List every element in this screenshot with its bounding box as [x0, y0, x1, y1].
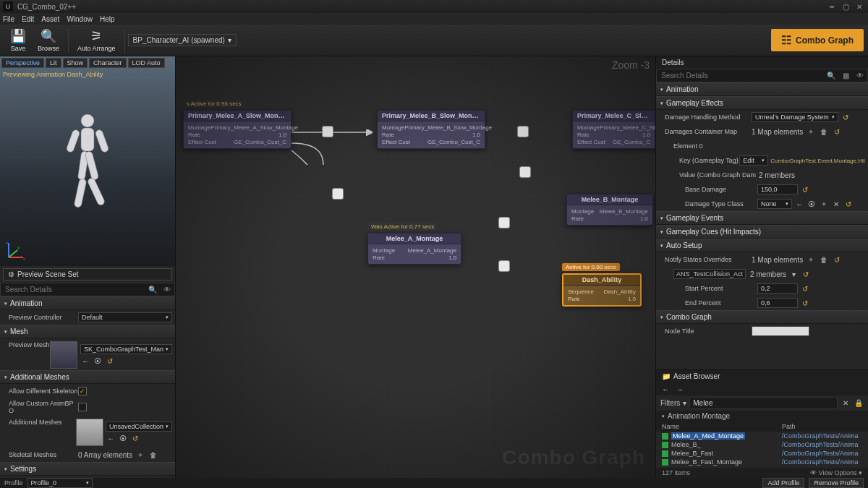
reset-icon[interactable]: ↺ — [800, 184, 810, 194]
search-icon[interactable]: 🔍 — [824, 69, 838, 82]
locate-icon[interactable]: ⦿ — [93, 356, 103, 367]
add-element-icon[interactable]: ＋ — [806, 254, 816, 265]
cat-gameplay-events[interactable]: Gameplay Events — [656, 211, 868, 225]
transition-icon[interactable] — [517, 126, 529, 137]
filters-label[interactable]: Filters — [660, 399, 680, 407]
reset-icon[interactable]: ↺ — [800, 283, 810, 294]
nav-fwd-icon[interactable]: → — [675, 384, 685, 394]
clear-elements-icon[interactable]: 🗑 — [819, 254, 829, 265]
cat-combo-graph[interactable]: Combo Graph — [656, 310, 868, 324]
spawn-dropdown[interactable]: BP_Character_AI (spawned)▾ — [128, 34, 237, 46]
asset-row[interactable]: Melee_B_Fast/ComboGraphTests/Anima — [656, 449, 868, 458]
asset-browser-tab[interactable]: Asset Browser — [673, 372, 720, 380]
grid-view-icon[interactable]: ▦ — [838, 69, 853, 82]
add-element-icon[interactable]: ＋ — [135, 450, 145, 460]
asset-row[interactable]: Melee_B_Fast_Montage/ComboGraphTests/Ani… — [656, 458, 868, 466]
transition-icon[interactable] — [322, 126, 333, 137]
node-primary-c-slow[interactable]: Primary_Melee_C_Slow_Montage MontagePrim… — [572, 110, 655, 149]
node-melee-b[interactable]: Melee_B_Montage MontageMelee_B_Montage R… — [566, 194, 653, 226]
preview-viewport[interactable]: Perspective Lit Show Character LOD Auto … — [0, 56, 175, 266]
allow-custom-anim-checkbox[interactable] — [78, 403, 87, 411]
asset-type-row[interactable]: Animation Montage — [656, 411, 868, 421]
vp-perspective[interactable]: Perspective — [1, 58, 44, 68]
auto-arrange-button[interactable]: ⚞ Auto Arrange — [72, 27, 122, 53]
node-dash-ability[interactable]: Dash_Ability SequenceDash_Ability Rate1.… — [562, 273, 642, 307]
filter-icon[interactable]: 👁 — [853, 69, 867, 82]
asset-list[interactable]: Melee_A_Med_Montage/ComboGraphTests/Anim… — [656, 432, 868, 468]
node-primary-a-slow[interactable]: Primary_Melee_A_Slow_Montage MontagePrim… — [183, 110, 292, 149]
preview-scene-button[interactable]: ⚙ Preview Scene Set — [3, 268, 172, 281]
start-pct-input[interactable] — [757, 283, 798, 294]
prev-arrow-icon[interactable]: ← — [794, 199, 804, 209]
transition-icon[interactable] — [332, 188, 344, 200]
base-dmg-input[interactable] — [757, 184, 798, 194]
menu-file[interactable]: File — [3, 15, 14, 23]
asset-filter-input[interactable] — [689, 397, 838, 409]
cat-gameplay-effects[interactable]: Gameplay Effects — [656, 96, 868, 110]
menu-window[interactable]: Window — [67, 15, 93, 23]
filter-icon[interactable]: 👁 — [160, 283, 174, 296]
save-button[interactable]: 💾 Save — [4, 27, 32, 53]
vp-lit[interactable]: Lit — [46, 58, 61, 68]
vp-show[interactable]: Show — [63, 58, 88, 68]
details-tab[interactable]: Details — [656, 56, 868, 69]
dmg-type-dropdown[interactable]: None — [757, 199, 792, 209]
nav-back-icon[interactable]: ← — [660, 384, 671, 394]
graph-canvas[interactable]: Zoom -3 Combo Graph s Active for 0.98 se… — [176, 56, 655, 478]
preview-mesh-dropdown[interactable]: SK_ComboGraphTest_Man — [80, 344, 172, 354]
menu-asset[interactable]: Asset — [41, 15, 59, 23]
key-tag-edit[interactable]: Edit — [739, 155, 768, 166]
end-pct-input[interactable] — [757, 298, 798, 308]
view-options[interactable]: 👁 View Options ▾ — [810, 469, 862, 476]
reset-icon[interactable]: ↺ — [832, 127, 842, 137]
details-search-input[interactable] — [657, 69, 824, 82]
reset-icon[interactable]: ↺ — [130, 434, 140, 444]
reset-icon[interactable]: ↺ — [105, 356, 115, 367]
allow-diff-skel-checkbox[interactable] — [78, 387, 87, 395]
reset-icon[interactable]: ↺ — [843, 199, 854, 209]
maximize-icon[interactable]: ▢ — [840, 2, 851, 11]
asset-row[interactable]: Melee_B_/ComboGraphTests/Anima — [656, 440, 868, 449]
minimize-icon[interactable]: ━ — [826, 2, 838, 11]
vp-lod[interactable]: LOD Auto — [128, 58, 165, 68]
collection-thumb-icon[interactable] — [76, 419, 103, 446]
node-primary-b-slow[interactable]: Primary_Melee_B_Slow_Montage MontagePrim… — [377, 110, 485, 149]
add-element-icon[interactable]: ＋ — [806, 127, 816, 137]
reset-icon[interactable]: ↺ — [800, 298, 810, 308]
node-title-input[interactable] — [752, 326, 809, 336]
menu-edit[interactable]: Edit — [22, 15, 34, 23]
cat-animation[interactable]: Animation — [656, 82, 868, 96]
reset-icon[interactable]: ↺ — [801, 269, 811, 279]
cat-animation[interactable]: Animation — [0, 296, 175, 310]
preview-controller-dropdown[interactable]: Default — [78, 312, 172, 322]
prev-arrow-icon[interactable]: ← — [106, 434, 116, 444]
cat-additional-meshes[interactable]: Additional Meshes — [0, 370, 175, 384]
locate-icon[interactable]: ⦿ — [118, 434, 128, 444]
col-path[interactable]: Path — [779, 423, 868, 430]
transition-icon[interactable] — [498, 260, 510, 272]
prev-arrow-icon[interactable]: ← — [80, 356, 90, 367]
menu-help[interactable]: Help — [100, 15, 115, 23]
mesh-thumb-icon[interactable] — [50, 341, 77, 369]
cat-mesh[interactable]: Mesh — [0, 325, 175, 338]
combo-graph-button[interactable]: ☷ Combo Graph — [771, 29, 864, 51]
add-icon[interactable]: ＋ — [819, 199, 829, 209]
close-icon[interactable]: ✕ — [854, 2, 865, 11]
profile-dropdown[interactable]: Profile_0 — [27, 478, 93, 488]
ans-key[interactable]: ANS_TestCollision_Act — [673, 269, 746, 279]
transition-icon[interactable] — [498, 217, 510, 228]
additional-meshes-dropdown[interactable]: UnsavedCollection — [106, 421, 172, 432]
add-profile-button[interactable]: Add Profile — [762, 478, 804, 488]
left-search-input[interactable] — [1, 283, 145, 296]
node-melee-a[interactable]: Melee_A_Montage MontageMelee_A_Montage R… — [367, 233, 461, 265]
search-icon[interactable]: 🔍 — [145, 283, 160, 296]
locate-icon[interactable]: ⦿ — [807, 199, 817, 209]
dmg-method-dropdown[interactable]: Unreal's Damage System — [752, 112, 838, 122]
clear-elements-icon[interactable]: 🗑 — [819, 127, 829, 137]
clear-filter-icon[interactable]: ✕ — [841, 398, 851, 408]
cat-settings[interactable]: Settings — [0, 462, 175, 476]
col-name[interactable]: Name — [656, 423, 779, 430]
clear-elements-icon[interactable]: 🗑 — [148, 450, 158, 460]
cat-auto-setup[interactable]: Auto Setup — [656, 239, 868, 252]
cat-gameplay-cues[interactable]: Gameplay Cues (Hit Impacts) — [656, 225, 868, 239]
